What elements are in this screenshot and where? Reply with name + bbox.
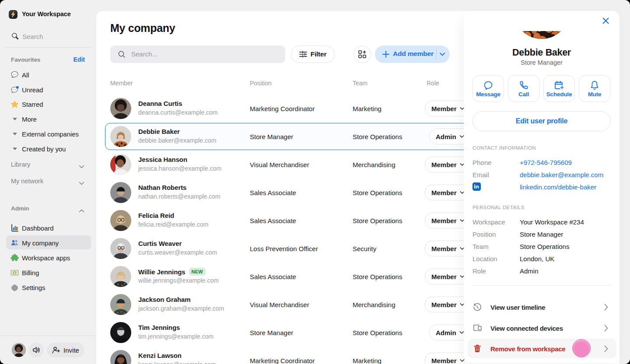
svg-text:$: $ [14,271,16,274]
